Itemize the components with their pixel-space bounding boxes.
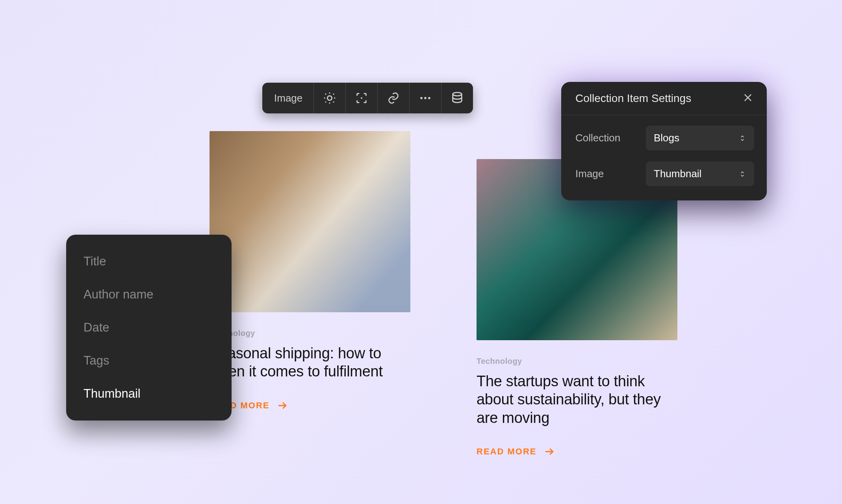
- close-button[interactable]: [742, 92, 753, 105]
- field-dropdown: Title Author name Date Tags Thumbnail: [66, 235, 232, 421]
- database-icon[interactable]: [441, 83, 473, 113]
- blog-card: Technology The startups want to think ab…: [477, 159, 677, 458]
- panel-row-image: Image Thumbnail: [575, 161, 754, 186]
- read-more-label: READ MORE: [477, 447, 536, 457]
- svg-point-9: [361, 97, 362, 99]
- brightness-icon[interactable]: [314, 83, 345, 113]
- card-title: Seasonal shipping: how to when it comes …: [210, 344, 410, 381]
- svg-line-7: [325, 102, 326, 102]
- read-more-link[interactable]: READ MORE: [477, 446, 677, 458]
- svg-point-13: [453, 93, 462, 96]
- svg-line-4: [333, 102, 334, 102]
- blog-card: Technology Seasonal shipping: how to whe…: [210, 131, 410, 411]
- card-title: The startups want to think about sustain…: [477, 372, 677, 427]
- svg-line-8: [333, 94, 334, 94]
- card-thumbnail[interactable]: [210, 131, 410, 312]
- image-toolbar: Image: [262, 83, 473, 113]
- collection-item-settings-panel: Collection Item Settings Collection Blog…: [561, 82, 767, 200]
- select-value: Blogs: [654, 132, 679, 144]
- arrow-right-icon: [543, 446, 555, 458]
- collection-select[interactable]: Blogs: [646, 126, 754, 150]
- dropdown-item-thumbnail[interactable]: Thumbnail: [66, 377, 232, 410]
- read-more-link[interactable]: READ MORE: [210, 400, 410, 411]
- chevron-up-down-icon: [738, 134, 746, 142]
- field-label-image: Image: [575, 168, 604, 180]
- dropdown-item-date[interactable]: Date: [66, 311, 232, 344]
- svg-line-3: [325, 94, 326, 94]
- card-category: Technology: [477, 357, 677, 366]
- svg-point-10: [421, 97, 423, 99]
- panel-title: Collection Item Settings: [575, 92, 691, 105]
- svg-point-11: [424, 97, 427, 99]
- card-category: Technology: [210, 329, 410, 338]
- panel-row-collection: Collection Blogs: [575, 126, 754, 150]
- close-icon: [742, 92, 753, 103]
- dropdown-item-author[interactable]: Author name: [66, 278, 232, 311]
- panel-body: Collection Blogs Image Thumbnail: [561, 115, 767, 200]
- toolbar-label: Image: [262, 83, 313, 113]
- svg-point-12: [428, 97, 430, 99]
- arrow-right-icon: [276, 400, 288, 411]
- focal-point-icon[interactable]: [346, 83, 377, 113]
- dropdown-item-tags[interactable]: Tags: [66, 344, 232, 377]
- svg-point-0: [328, 96, 332, 100]
- dropdown-item-title[interactable]: Title: [66, 245, 232, 278]
- select-value: Thumbnail: [654, 168, 701, 180]
- link-icon[interactable]: [378, 83, 409, 113]
- panel-header: Collection Item Settings: [561, 82, 767, 115]
- image-select[interactable]: Thumbnail: [646, 161, 754, 186]
- more-icon[interactable]: [410, 83, 441, 113]
- chevron-up-down-icon: [738, 170, 746, 178]
- field-label-collection: Collection: [575, 132, 620, 144]
